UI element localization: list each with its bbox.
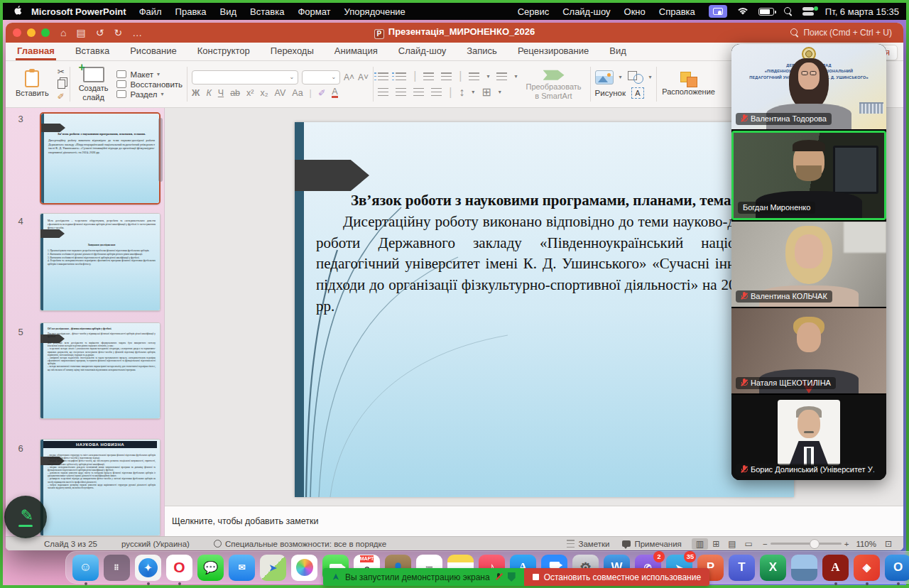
participant-tile-mironenko[interactable]: Богдан Мироненко — [731, 131, 886, 220]
reset-button[interactable]: Восстановить — [116, 80, 183, 89]
subscript-button[interactable]: x₂ — [260, 88, 268, 98]
tab-insert[interactable]: Вставка — [74, 43, 111, 60]
menu-item-tools[interactable]: Сервис — [518, 6, 550, 17]
picture-label[interactable]: Рисунок — [595, 89, 626, 97]
muted-mic-icon[interactable] — [496, 572, 502, 582]
apple-menu-icon[interactable] — [10, 5, 26, 18]
stop-share-button[interactable]: Остановить совместное использование — [524, 568, 709, 586]
zoom-slider-knob[interactable] — [810, 539, 820, 549]
shapes-icon[interactable] — [628, 71, 643, 84]
menu-item-view[interactable]: Вид — [220, 6, 237, 17]
decrease-indent-icon[interactable] — [423, 72, 434, 80]
copy-icon[interactable] — [58, 80, 65, 89]
notes-pane[interactable]: Щелкните, чтобы добавить заметки — [165, 506, 903, 536]
menu-item-file[interactable]: Файл — [139, 6, 162, 17]
zoom-participants-panel[interactable]: ДЕРЖАВНИЙ ЗАКЛАД «ПІВДЕННОУКРАЇНСЬКИЙ НА… — [731, 44, 886, 480]
tab-animations[interactable]: Анимация — [333, 43, 379, 60]
reading-view-button[interactable]: ▤ — [724, 538, 740, 550]
tab-transitions[interactable]: Переходы — [269, 43, 315, 60]
slide-3-thumbnail[interactable]: Зв’язок роботи з науковими програмами, п… — [40, 112, 160, 205]
screen-sharing-status-icon[interactable] — [709, 5, 727, 18]
comments-toggle[interactable]: Примечания — [622, 540, 681, 548]
more-commands-icon[interactable]: … — [132, 28, 142, 38]
slideshow-view-button[interactable]: ▭ — [741, 538, 757, 550]
zoom-out-button[interactable]: − — [763, 540, 768, 548]
close-window-button[interactable] — [13, 28, 21, 37]
participant-tile-todorova[interactable]: ДЕРЖАВНИЙ ЗАКЛАД «ПІВДЕННОУКРАЇНСЬКИЙ НА… — [731, 44, 886, 129]
ribbon-search[interactable]: Поиск (Cmd + Ctrl + U) — [790, 28, 892, 38]
text-direction-icon[interactable]: ↕ — [459, 86, 464, 99]
spotlight-search-icon[interactable] — [784, 7, 793, 16]
bold-button[interactable]: Ж — [192, 88, 200, 98]
slide-sorter-view-button[interactable]: ⊞ — [708, 538, 724, 550]
battery-icon[interactable] — [758, 8, 774, 16]
font-name-select[interactable]: ⌄ — [192, 70, 298, 85]
dock-preview-icon[interactable] — [791, 555, 817, 581]
thumbnail-scrollbar[interactable] — [158, 118, 163, 182]
tab-view[interactable]: Вид — [608, 43, 628, 60]
highlight-button[interactable]: ✐ — [318, 87, 325, 98]
menu-item-format[interactable]: Формат — [298, 6, 330, 17]
dock-maps-icon[interactable]: ➤ — [260, 555, 286, 581]
dock-acrobat-icon[interactable]: A — [822, 555, 849, 581]
dock-opera-icon[interactable]: O — [166, 555, 192, 581]
slide-5-thumbnail[interactable]: Об’єкт дослідження – фізична підготовка … — [40, 322, 160, 419]
dock-finder-icon[interactable]: ☺ — [72, 555, 99, 581]
text-box-icon[interactable]: А — [631, 87, 644, 99]
dock-outlook-icon[interactable]: O — [885, 555, 909, 581]
dock-teams-icon[interactable]: T — [729, 555, 755, 581]
arrange-button[interactable]: Расположение — [661, 70, 717, 98]
layout-button[interactable]: Макет ▾ — [116, 70, 183, 79]
menu-item-insert[interactable]: Вставка — [250, 6, 284, 17]
bullets-icon[interactable] — [378, 72, 388, 80]
slide-body-text[interactable]: Дисертаційну роботу виконано відповідно … — [316, 212, 788, 317]
font-size-select[interactable]: ⌄ — [302, 70, 340, 85]
participant-tile-dolynskyi[interactable]: Борис Долинський (Університет У… — [731, 395, 886, 480]
menu-item-window[interactable]: Окно — [624, 6, 646, 17]
control-center-icon[interactable] — [802, 7, 815, 16]
dock-mail-icon[interactable]: ✉ — [229, 555, 255, 581]
format-painter-icon[interactable]: ✐ — [58, 92, 65, 102]
dock-launchpad-icon[interactable]: ⠿ — [104, 555, 130, 581]
accessibility-status[interactable]: Специальные возможности: все в порядке — [214, 540, 386, 548]
font-color-button[interactable]: A — [332, 87, 337, 99]
home-icon[interactable]: ⌂ — [60, 28, 66, 38]
numbering-icon[interactable] — [396, 72, 406, 80]
dock-excel-icon[interactable]: X — [760, 555, 786, 581]
shrink-font-button[interactable]: A˅ — [358, 72, 369, 82]
wifi-icon[interactable] — [737, 7, 749, 16]
slide-title[interactable]: Зв’язок роботи з науковими програмами, п… — [316, 190, 788, 212]
zoom-slider[interactable] — [771, 543, 842, 545]
line-spacing-icon[interactable] — [469, 72, 479, 80]
cut-icon[interactable]: ✂ — [58, 67, 65, 77]
dock-photos-icon[interactable] — [291, 555, 317, 581]
align-center-icon[interactable] — [396, 88, 406, 96]
fit-slide-to-window-button[interactable]: ⊡ — [881, 538, 896, 550]
fullscreen-window-button[interactable] — [41, 28, 50, 37]
tab-home[interactable]: Главная — [16, 43, 56, 60]
section-button[interactable]: Раздел ▾ — [116, 90, 183, 99]
dock-messages-icon[interactable]: 💬 — [197, 555, 224, 581]
grow-font-button[interactable]: A˄ — [344, 72, 354, 82]
italic-button[interactable]: К — [206, 88, 211, 98]
picture-icon[interactable] — [595, 70, 614, 85]
character-spacing-button[interactable]: AV — [275, 88, 286, 98]
normal-view-button[interactable]: ▥ — [692, 538, 708, 550]
convert-to-smartart-button[interactable]: Преобразовать в SmartArt — [521, 67, 585, 102]
menu-bar-clock[interactable]: Пт, 6 марта 15:35 — [825, 6, 899, 17]
menu-item-arrange[interactable]: Упорядочение — [344, 6, 405, 17]
change-case-button[interactable]: Aa — [292, 88, 303, 98]
notes-toggle[interactable]: Заметки — [567, 540, 609, 548]
minimize-window-button[interactable] — [27, 28, 36, 37]
redo-icon[interactable]: ↻ — [114, 28, 122, 38]
justify-icon[interactable] — [431, 88, 442, 96]
tab-draw[interactable]: Рисование — [129, 43, 178, 60]
save-icon[interactable]: ▤ — [76, 28, 85, 38]
participant-tile-shchekotylina[interactable]: Наталя ЩЕКОТИЛІНА — [731, 308, 886, 393]
slide-6-thumbnail[interactable]: НАУКОВА НОВИЗНА – вперше обґрунтовано ст… — [40, 439, 160, 536]
dock-safari-icon[interactable]: ✦ — [135, 555, 161, 581]
paste-button[interactable]: Вставить — [11, 69, 53, 99]
zoom-in-button[interactable]: + — [844, 540, 849, 548]
dock-sketch-diamond-icon[interactable]: ◈ — [854, 555, 880, 581]
align-text-icon[interactable]: ⊞ — [481, 85, 491, 99]
